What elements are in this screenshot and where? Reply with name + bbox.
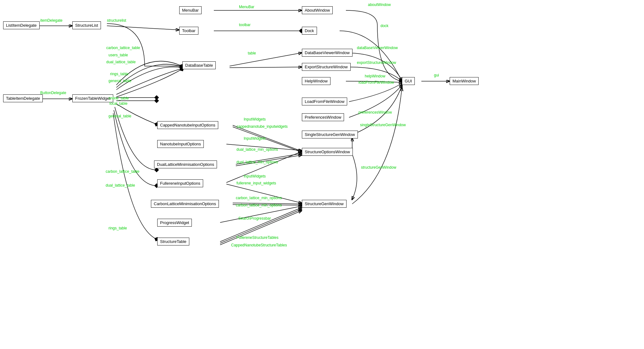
dataBaseViewerWindowLabel: dataBaseViewerWindow bbox=[357, 46, 398, 50]
onlineTable-label: online_table bbox=[108, 96, 129, 100]
ringsTable2-label: rings_table bbox=[108, 226, 127, 230]
exportStructureWindow-node: ExportStructureWindow bbox=[302, 63, 351, 71]
progressWidget-node: ProgressWidget bbox=[157, 219, 192, 227]
aboutWindowLabel: aboutWindow bbox=[368, 3, 391, 7]
carbonLatticeTable2-label: carbon_lattice_table bbox=[106, 169, 139, 174]
singleStructureGenWindow-node: SingleStructureGenWindow bbox=[302, 131, 358, 138]
inputWidgets3-label: InputWidgets bbox=[244, 174, 266, 178]
dualLatticeMinOptions1-label: dual_lattice_min_options bbox=[236, 147, 278, 152]
itemDelegate-label: itemDelegate bbox=[40, 18, 63, 23]
localTable-label: local_table bbox=[109, 101, 127, 106]
structurelist-label: structurelist bbox=[107, 18, 126, 23]
carbonLatticeMin-node: CarbonLatticeMinimisationOptions bbox=[151, 200, 219, 208]
diagram-container: ListItemDelegate StructureList MenuBar T… bbox=[0, 0, 644, 349]
structureList-node: StructureList bbox=[72, 21, 101, 29]
cappedNanotubeStructureTables-label: CappedNanotubeStructureTables bbox=[231, 243, 287, 247]
structureGenWindowLabel: structureGenWindow bbox=[361, 165, 396, 170]
generalTable2-label: general_table bbox=[108, 114, 131, 118]
cappedNanotubeInputWidgets-label: cappednanotube_inputwidgets bbox=[236, 124, 288, 129]
helpWindow-node: HelpWindow bbox=[302, 77, 330, 85]
fullereneInputWidgets-label: fullerene_input_widgets bbox=[236, 181, 276, 185]
fullereneStructureTables-label: FullereneStructureTables bbox=[236, 235, 278, 240]
dualLatticeTable1-label: dual_lattice_table bbox=[106, 60, 136, 64]
dataBaseTable-node: DataBaseTable bbox=[182, 61, 216, 69]
structureOptionsWindow-node: StructureOptionsWindow bbox=[302, 148, 353, 156]
dock-node: Dock bbox=[302, 27, 317, 35]
inputWidgets1-label: InputWidgets bbox=[244, 117, 266, 121]
nanotubeInputOptions-node: NanotubeInputOptions bbox=[157, 140, 204, 148]
dataBaseViewerWindow-node: DataBaseViewerWindow bbox=[302, 49, 353, 57]
dualLatticeMinOptions2-label: dual_lattice_min_options bbox=[236, 160, 278, 164]
ringsTable1-label: rings_table bbox=[110, 72, 129, 76]
singleStructureGenWindowLabel: singleStructureGenWindow bbox=[360, 123, 406, 127]
mainWindow-node: MainWindow bbox=[450, 77, 479, 85]
exportStructureWindowLabel: exportStructureWindow bbox=[357, 60, 396, 65]
loadFromFileWindowLabel: loadFromFileWindow bbox=[358, 80, 394, 85]
structureGenWindow-node: StructureGenWindow bbox=[302, 200, 347, 208]
carbonLatticeMinOptions2-label: carbon_lattice_min_options bbox=[236, 203, 282, 207]
toolbar-node: Toolbar bbox=[179, 27, 198, 35]
carbonLatticeMinOptions1-label: carbon_lattice_min_options bbox=[236, 196, 282, 200]
structureTable-node: StructureTable bbox=[157, 238, 189, 245]
cappedNanotube-node: CappedNanotubeInputOptions bbox=[157, 121, 218, 129]
dockLabel: dock bbox=[380, 24, 388, 28]
svg-line-16 bbox=[226, 184, 301, 203]
preferencesWindowLabel: preferencesWindow bbox=[358, 110, 392, 115]
searchProgressbar-label: SearchProgressbar bbox=[238, 216, 271, 221]
menuBarLabel: MenuBar bbox=[239, 5, 254, 9]
frozenTableWidget-node: FrozenTableWidget bbox=[72, 94, 113, 102]
preferencesWindow-node: PreferencesWindow bbox=[302, 113, 344, 121]
fullereneInput-node: FullereneInputOptions bbox=[157, 179, 203, 187]
svg-line-6 bbox=[230, 67, 301, 68]
usersTable-label: users_table bbox=[108, 53, 128, 57]
gui-node: GUI bbox=[402, 77, 415, 85]
listItemDelegate-node: ListItemDelegate bbox=[3, 21, 40, 29]
generalTable1-label: general_table bbox=[108, 79, 131, 83]
guiLabel: gui bbox=[434, 73, 439, 77]
svg-line-2 bbox=[107, 26, 179, 30]
buttonDelegate-label: ButtonDelegate bbox=[40, 91, 66, 95]
tableItemDelegate-node: TableItemDelegate bbox=[3, 94, 43, 102]
svg-line-5 bbox=[230, 53, 301, 66]
tableLabel: table bbox=[248, 51, 256, 55]
menuBar-node: MenuBar bbox=[179, 6, 202, 14]
carbonLatticeTable1-label: carbon_lattice_table bbox=[106, 46, 140, 50]
aboutWindow-node: AboutWindow bbox=[302, 6, 333, 14]
dualLatticeTable2-label: dual_lattice_table bbox=[106, 183, 135, 188]
helpWindowLabel: helpWindow bbox=[365, 74, 385, 78]
inputWidgets2-label: InputWidgets bbox=[244, 136, 266, 141]
loadFromFileWindow-node: LoadFromFileWindow bbox=[302, 98, 347, 105]
dualLatticeMin-node: DualLatticeMinimisationOptions bbox=[154, 160, 217, 168]
toolbarLabel: toolbar bbox=[239, 23, 251, 27]
